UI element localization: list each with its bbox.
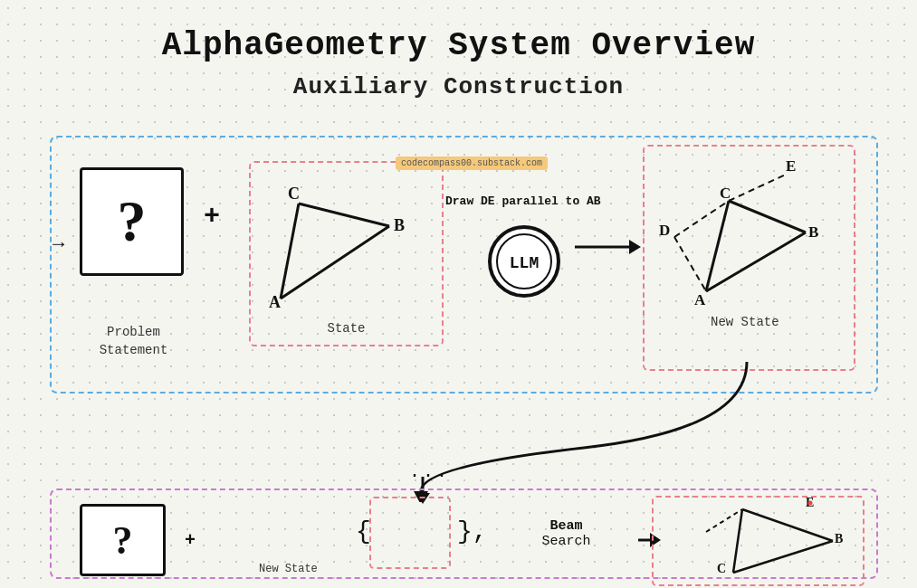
new-vertex-d: D [659, 222, 670, 239]
svg-marker-6 [629, 240, 641, 254]
svg-line-20 [742, 509, 833, 541]
problem-statement-box: ? [80, 167, 184, 276]
vertex-b: B [394, 216, 405, 234]
search-label: Search [541, 534, 590, 549]
state-triangle-svg: A B C [249, 158, 444, 344]
page-title: AlphaGeometry System Overview [0, 0, 917, 64]
brace-right: }, [457, 517, 488, 545]
svg-line-2 [281, 204, 299, 299]
bottom-plus-icon: + [185, 530, 196, 551]
new-state-triangle-svg: A B C D E [647, 147, 851, 368]
svg-line-18 [733, 541, 833, 573]
svg-line-11 [729, 174, 788, 201]
llm-circle-svg: LLM [486, 223, 563, 300]
svg-line-0 [281, 226, 389, 299]
llm-label: LLM [510, 254, 539, 272]
new-vertex-b: B [808, 223, 818, 241]
new-vertex-e: E [786, 157, 796, 175]
problem-label: Problem Statement [81, 324, 186, 359]
brace-left: { [356, 517, 371, 545]
vertex-a: A [269, 293, 281, 311]
svg-point-23 [808, 501, 813, 506]
beam-search-box: Beam Search [492, 488, 641, 579]
llm-instruction-text: Draw DE parallel to AB [445, 194, 601, 208]
bottom-state-inner-box [369, 497, 451, 569]
bottom-problem-box: ? [80, 504, 166, 576]
beam-label: Beam [549, 518, 582, 534]
plus-icon: + [204, 201, 220, 232]
new-vertex-c: C [720, 185, 731, 202]
bottom-question-mark-icon: ? [113, 517, 133, 564]
vertex-c: C [288, 185, 300, 203]
watermark: codecompass00.substack.com [396, 156, 548, 170]
page-subtitle: Auxiliary Construction [0, 64, 917, 100]
svg-line-12 [674, 237, 706, 291]
left-arrow-icon: → [53, 233, 64, 256]
right-arrow-svg [570, 229, 643, 265]
question-mark-icon: ? [118, 193, 147, 251]
bottom-vertex-b: B [835, 532, 843, 545]
svg-line-21 [706, 509, 742, 532]
bottom-vertex-c: C [717, 562, 726, 575]
bottom-new-state-svg: C B E [652, 496, 864, 586]
svg-line-1 [299, 204, 389, 226]
svg-line-9 [706, 201, 729, 291]
new-state-bottom-label: New State [259, 563, 318, 575]
new-vertex-a: A [694, 291, 706, 308]
svg-line-19 [733, 509, 742, 573]
svg-line-8 [729, 201, 806, 232]
svg-line-7 [706, 232, 806, 291]
